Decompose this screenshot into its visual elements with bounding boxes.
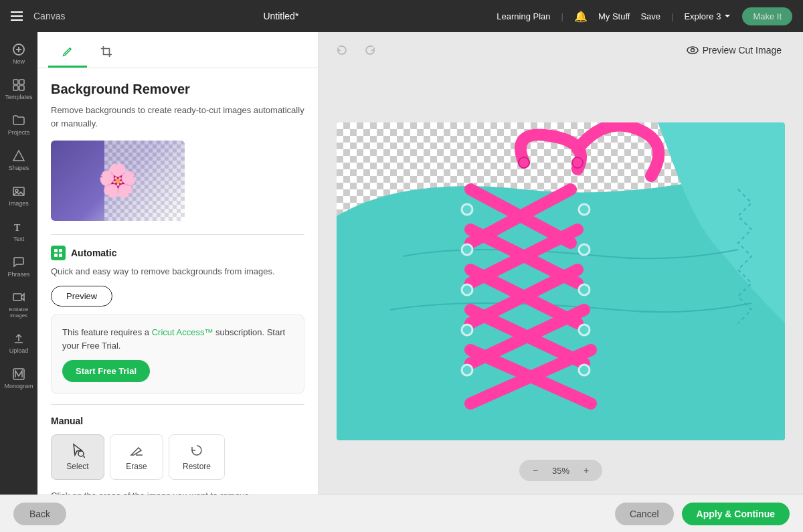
tab-edit[interactable]: [48, 37, 87, 68]
auto-header: Automatic: [51, 246, 304, 260]
svg-rect-5: [13, 86, 18, 90]
main-area: New Templates Projects Shapes Images T T…: [0, 32, 803, 495]
sidebar-item-shapes[interactable]: Shapes: [2, 144, 35, 177]
start-trial-button[interactable]: Start Free Trial: [62, 360, 150, 382]
sidebar-item-monogram[interactable]: Monogram: [2, 362, 35, 395]
flower-emoji: 🌸: [98, 162, 138, 199]
erase-tool-label: Erase: [126, 462, 147, 471]
undo-button[interactable]: [332, 40, 352, 60]
edit-image-icon: [12, 291, 25, 304]
divider-1: [51, 234, 304, 235]
svg-rect-4: [19, 80, 24, 84]
sidebar-item-monogram-label: Monogram: [4, 383, 33, 389]
sidebar-item-phrases[interactable]: Phrases: [2, 250, 35, 283]
cursor-icon: [70, 443, 85, 458]
restore-icon: [189, 443, 204, 458]
sidebar-item-templates[interactable]: Templates: [2, 73, 35, 106]
preview-cut-label: Preview Cut Image: [703, 45, 782, 56]
zoom-in-icon: +: [584, 465, 589, 476]
svg-point-33: [572, 157, 583, 168]
svg-point-21: [691, 49, 694, 52]
grid-icon: [12, 78, 25, 92]
select-tool-button[interactable]: Select: [51, 434, 104, 480]
cricut-access-link[interactable]: Cricut Access™: [152, 327, 213, 337]
zoom-value: 35%: [549, 466, 573, 476]
manual-tools: Select Erase: [51, 434, 304, 480]
sidebar-item-editable-images[interactable]: Editable Images: [2, 286, 35, 324]
svg-point-38: [462, 365, 472, 375]
document-title: Untitled*: [76, 11, 486, 21]
save-link[interactable]: Save: [640, 11, 660, 21]
sidebar-item-text[interactable]: T Text: [2, 215, 35, 248]
erase-tool-button[interactable]: Erase: [110, 434, 163, 480]
svg-point-17: [78, 451, 84, 456]
redo-icon: [364, 44, 376, 56]
sidebar-item-images-label: Images: [9, 200, 29, 207]
sidebar-item-text-label: Text: [13, 236, 25, 242]
restore-tool-button[interactable]: Restore: [169, 434, 225, 480]
notification-bell-icon[interactable]: 🔔: [574, 10, 588, 23]
zoom-out-button[interactable]: −: [529, 464, 542, 477]
auto-icon: [51, 246, 66, 260]
svg-rect-14: [59, 249, 62, 252]
explore-menu[interactable]: Explore 3: [684, 11, 731, 21]
canvas-toolbar-left: [332, 40, 380, 60]
flower-preview-image: 🌸: [51, 141, 185, 221]
text-icon: T: [12, 220, 25, 234]
cancel-button[interactable]: Cancel: [615, 503, 674, 525]
shapes-icon: [12, 149, 25, 163]
back-button[interactable]: Back: [13, 503, 66, 525]
chevron-down-icon: [723, 12, 731, 20]
sidebar-item-projects-label: Projects: [8, 129, 30, 136]
apply-continue-button[interactable]: Apply & Continue: [682, 503, 790, 525]
canvas-toolbar: Preview Cut Image: [319, 32, 803, 68]
menu-icon[interactable]: [11, 11, 23, 21]
my-stuff-link[interactable]: My Stuff: [598, 11, 630, 21]
bottom-right-actions: Cancel Apply & Continue: [615, 503, 790, 525]
edit-tab-icon: [62, 46, 74, 58]
top-nav: Canvas Untitled* Learning Plan | 🔔 My St…: [0, 0, 803, 32]
sidebar-item-images[interactable]: Images: [2, 179, 35, 212]
make-it-button[interactable]: Make It: [742, 7, 792, 25]
click-instruction: Click on the areas of the image you want…: [51, 489, 304, 495]
zoom-in-button[interactable]: +: [579, 464, 593, 477]
sidebar-item-projects[interactable]: Projects: [2, 108, 35, 141]
tab-crop[interactable]: [87, 37, 126, 68]
sidebar-item-upload-label: Upload: [9, 347, 29, 354]
svg-point-37: [462, 325, 472, 335]
sidebar-item-editable-images-label: Editable Images: [5, 306, 33, 319]
svg-point-43: [579, 365, 590, 375]
access-box: This feature requires a Cricut Access™ s…: [51, 315, 304, 393]
redo-button[interactable]: [360, 40, 380, 60]
side-panel: Background Remover Remove backgrounds to…: [37, 32, 319, 495]
plus-icon: [12, 43, 25, 56]
canvas-area: Preview Cut Image: [319, 32, 803, 495]
panel-content: Background Remover Remove backgrounds to…: [37, 68, 318, 495]
learning-plan-link[interactable]: Learning Plan: [497, 11, 550, 21]
bg-remover-desc: Remove backgrounds to create ready-to-cu…: [51, 104, 304, 130]
svg-marker-7: [13, 151, 24, 161]
access-text-before: This feature requires a: [62, 327, 149, 337]
automatic-desc: Quick and easy way to remove backgrounds…: [51, 266, 304, 278]
svg-rect-15: [54, 254, 58, 257]
svg-rect-11: [13, 294, 21, 300]
sidebar-item-new[interactable]: New: [2, 37, 35, 70]
preview-cut-button[interactable]: Preview Cut Image: [679, 40, 790, 60]
folder-icon: [12, 114, 25, 127]
zoom-control: − 35% +: [519, 460, 602, 481]
auto-icon-svg: [54, 248, 63, 258]
icon-sidebar: New Templates Projects Shapes Images T T…: [0, 32, 37, 495]
upload-icon: [12, 332, 25, 345]
svg-point-32: [519, 157, 529, 168]
svg-rect-13: [54, 249, 58, 252]
shoe-image-container: [337, 122, 785, 440]
svg-point-39: [579, 204, 590, 215]
monogram-icon: [12, 367, 25, 381]
svg-point-20: [687, 47, 698, 54]
svg-point-40: [579, 244, 590, 255]
manual-section: Manual Select: [51, 416, 304, 495]
sidebar-item-upload[interactable]: Upload: [2, 327, 35, 359]
crop-tab-icon: [100, 46, 112, 58]
preview-button[interactable]: Preview: [51, 286, 112, 306]
sidebar-item-phrases-label: Phrases: [7, 271, 29, 278]
